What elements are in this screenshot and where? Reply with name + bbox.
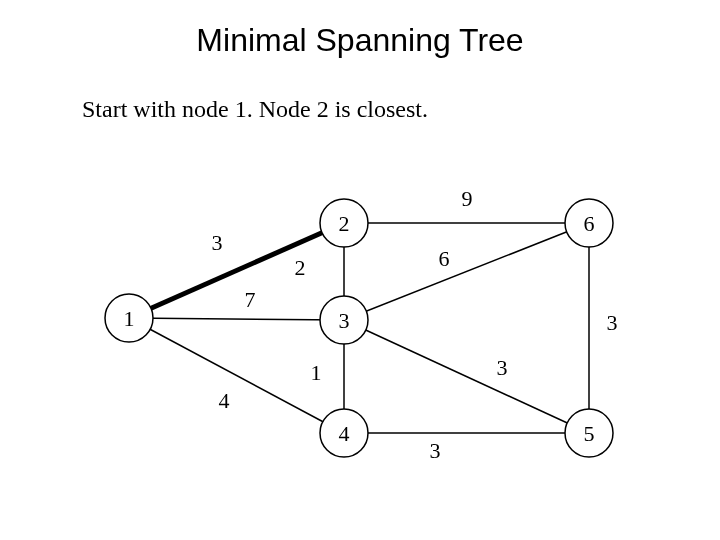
weight-1-4: 4 [219, 388, 230, 413]
weight-2-6: 9 [462, 186, 473, 211]
node-5: 5 [565, 409, 613, 457]
weight-3-6: 6 [439, 246, 450, 271]
weight-3-5: 3 [497, 355, 508, 380]
weight-5-6: 3 [607, 310, 618, 335]
node-4: 4 [320, 409, 368, 457]
node-6: 6 [565, 199, 613, 247]
node-6-label: 6 [584, 211, 595, 236]
edge-3-5 [344, 320, 589, 433]
edge-1-3 [129, 318, 344, 320]
weight-4-5: 3 [430, 438, 441, 463]
node-2-label: 2 [339, 211, 350, 236]
edge-3-6 [344, 223, 589, 320]
weight-1-3: 7 [245, 287, 256, 312]
node-5-label: 5 [584, 421, 595, 446]
weight-3-4: 1 [311, 360, 322, 385]
node-1: 1 [105, 294, 153, 342]
weight-1-2: 3 [212, 230, 223, 255]
node-3: 3 [320, 296, 368, 344]
edge-1-2 [129, 223, 344, 318]
weight-2-3: 2 [295, 255, 306, 280]
node-1-label: 1 [124, 306, 135, 331]
graph-diagram: 1 2 3 4 5 6 3 7 4 2 9 1 6 3 3 3 [0, 0, 720, 540]
node-2: 2 [320, 199, 368, 247]
node-4-label: 4 [339, 421, 350, 446]
node-3-label: 3 [339, 308, 350, 333]
